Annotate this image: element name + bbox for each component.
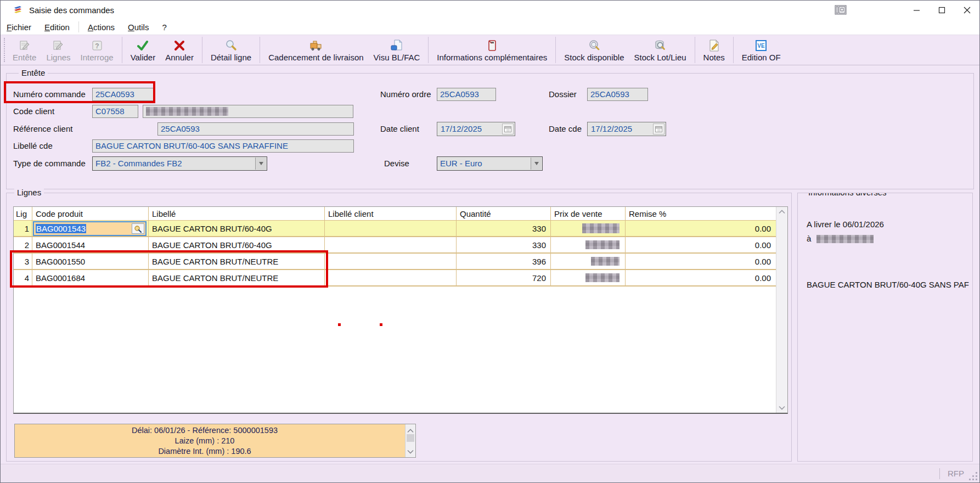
table-row[interactable]: 3 BAG0001550 BAGUE CARTON BRUT/NEUTRE 39… (14, 254, 787, 270)
toolbar-visu-blfac-button[interactable]: Visu BL/FAC (369, 35, 425, 65)
cell-lig: 1 (14, 221, 32, 236)
selected-text: BAG0001543 (36, 224, 86, 233)
libelle-cde-label: Libellé cde (13, 141, 53, 150)
toolbar-detail-ligne-button[interactable]: Détail ligne (206, 35, 256, 65)
lignes-legend: Lignes (14, 188, 44, 197)
type-commande-dropdown-button[interactable] (255, 158, 266, 170)
redacted-client-name (146, 107, 228, 116)
cell-libelle-client (325, 237, 457, 252)
check-icon (136, 38, 149, 53)
cell-libelle-client (325, 254, 457, 269)
numero-ordre-label: Numéro ordre (380, 89, 431, 99)
table-row[interactable]: 1 BAG0001543 BAGUE CARTON BRUT/60-40G 33… (14, 221, 787, 237)
app-icon (13, 3, 24, 16)
dossier-label: Dossier (549, 89, 577, 99)
window-title: Saisie des commandes (29, 5, 114, 15)
status-bar: RFP (1, 464, 979, 482)
date-cde-label: Date cde (549, 124, 582, 133)
date-client-field[interactable]: 17/12/2025 (437, 122, 515, 136)
status-bar-label: RFP (948, 469, 964, 478)
maximize-button[interactable] (929, 1, 954, 19)
cell-remise: 0.00 (626, 270, 775, 285)
menu-actions[interactable]: Actions (81, 21, 121, 33)
calendar-icon[interactable] (502, 123, 514, 134)
redacted-price (585, 240, 619, 249)
dock-layout-button[interactable] (828, 1, 853, 19)
toolbar-valider-button[interactable]: Valider (126, 35, 161, 65)
devise-value: EUR - Euro (440, 159, 482, 168)
toolbar-cadencement-button[interactable]: Cadencement de livraison (263, 35, 368, 65)
menu-bar: Fichier Edition Actions Outils ? (1, 19, 979, 35)
date-cde-value: 17/12/2025 (591, 124, 632, 133)
message-line: Délai: 06/01/26 - Référence: 5000001593 (15, 425, 395, 436)
table-row[interactable]: 2 BAG0001544 BAGUE CARTON BRUT/60-40G 33… (14, 237, 787, 254)
notes-pencil-icon (708, 38, 720, 53)
libelle-cde-field[interactable]: BAGUE CARTON BRUT/60-40G SANS PARAFFINE (92, 139, 354, 153)
client-name-field[interactable] (143, 105, 353, 118)
toolbar-stock-disponible-button[interactable]: Stock disponible (559, 35, 629, 65)
scroll-down-icon[interactable] (776, 403, 787, 413)
table-row[interactable]: 4 BAG0001684 BAGUE CARTON BRUT/NEUTRE 72… (14, 270, 787, 287)
entete-legend: Entête (19, 68, 48, 77)
resize-grip-icon[interactable] (968, 471, 977, 480)
cell-quantite: 330 (457, 237, 551, 252)
toolbar-edition-of-button[interactable]: VE Edition OF (737, 35, 786, 65)
table-vertical-scrollbar[interactable] (776, 207, 787, 413)
scrollbar-thumb[interactable] (407, 434, 414, 442)
toolbar: Entête Lignes ? Interroge Valider Annu (1, 35, 979, 65)
toolbar-button-label: Stock Lot/Lieu (634, 53, 686, 62)
date-cde-field[interactable]: 17/12/2025 (587, 122, 666, 136)
col-header-code-produit: Code produit (32, 207, 149, 220)
close-button[interactable] (954, 1, 979, 19)
type-commande-select[interactable]: FB2 - Commandes FB2 (92, 156, 267, 171)
cell-prix-de-vente (551, 221, 626, 236)
toolbar-grip[interactable] (4, 38, 5, 62)
calendar-icon[interactable] (653, 123, 664, 134)
numero-ordre-field[interactable]: 25CA0593 (437, 88, 496, 101)
question-icon: ? (92, 38, 103, 53)
numero-commande-label: Numéro commande (13, 89, 86, 99)
type-commande-label: Type de commande (13, 159, 86, 168)
toolbar-notes-button[interactable]: Notes (699, 35, 730, 65)
informations-diverses-legend: Informations diverses (806, 193, 889, 197)
toolbar-separator (428, 37, 429, 63)
toolbar-infos-complementaires-button[interactable]: Informations complémentaires (432, 35, 552, 65)
col-header-libelle: Libellé (149, 207, 325, 220)
menu-help[interactable]: ? (155, 21, 173, 33)
code-produit-edit-field[interactable]: BAG0001543 (33, 221, 147, 236)
message-box-scrollbar[interactable] (405, 424, 415, 457)
menu-edition[interactable]: Edition (38, 21, 76, 33)
app-window: Saisie des commandes Fichier Edition (0, 0, 980, 483)
toolbar-button-label: Visu BL/FAC (374, 53, 420, 62)
toolbar-separator (202, 37, 202, 63)
menu-outils[interactable]: Outils (121, 21, 155, 33)
scroll-up-icon[interactable] (776, 207, 787, 217)
redacted-destination (816, 235, 874, 243)
entete-section: Entête Numéro commande 25CA0593 Code cli… (6, 73, 974, 189)
toolbar-interroge-button[interactable]: ? Interroge (76, 35, 119, 65)
message-line: Laize (mm) : 210 (15, 436, 395, 446)
toolbar-separator (260, 37, 260, 63)
minimize-button[interactable] (904, 1, 929, 19)
toolbar-lignes-button[interactable]: Lignes (41, 35, 75, 65)
cell-libelle: BAGUE CARTON BRUT/NEUTRE (149, 270, 325, 285)
devise-dropdown-button[interactable] (531, 158, 542, 170)
cell-libelle-client (325, 221, 457, 236)
devise-select[interactable]: EUR - Euro (437, 156, 543, 171)
toolbar-entete-button[interactable]: Entête (8, 35, 41, 65)
delivery-truck-icon (309, 38, 323, 53)
code-client-field[interactable]: C07558 (92, 105, 138, 118)
chevron-down-icon (534, 162, 539, 165)
delivery-date-text: A livrer le 06/01/2026 (807, 220, 884, 229)
reference-client-field[interactable]: 25CA0593 (157, 122, 354, 136)
toolbar-stock-lot-lieu-button[interactable]: Stock Lot/Lieu (629, 35, 691, 65)
devise-label: Devise (384, 159, 409, 168)
toolbar-annuler-button[interactable]: Annuler (160, 35, 199, 65)
numero-commande-field[interactable]: 25CA0593 (92, 88, 154, 101)
dossier-field[interactable]: 25CA0593 (587, 88, 648, 101)
menu-fichier[interactable]: Fichier (1, 21, 38, 33)
scroll-down-icon[interactable] (407, 446, 414, 456)
code-client-label: Code client (13, 106, 54, 116)
product-search-button[interactable] (132, 223, 144, 234)
col-header-libelle-client: Libellé client (325, 207, 457, 220)
